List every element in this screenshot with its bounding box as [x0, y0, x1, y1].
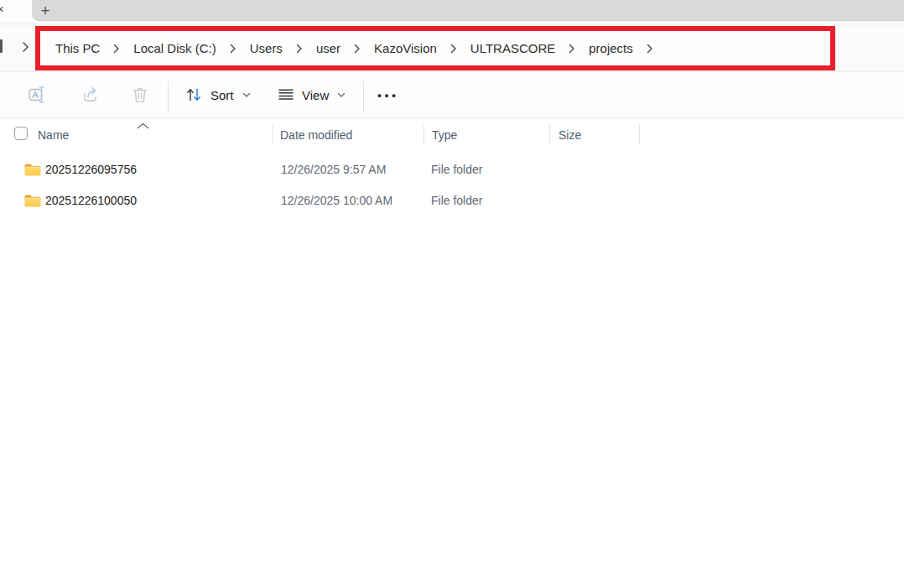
breadcrumb-separator-icon[interactable]	[224, 44, 242, 54]
tab-strip	[32, 0, 904, 21]
close-icon[interactable]: ×	[0, 3, 4, 15]
rename-icon	[28, 86, 48, 104]
column-header-type[interactable]: Type	[432, 122, 457, 148]
command-toolbar: Sort View •••	[0, 72, 904, 118]
breadcrumb-separator-icon[interactable]	[348, 44, 366, 54]
file-name: 20251226100050	[45, 189, 137, 212]
breadcrumb-root-chevron-icon[interactable]	[22, 41, 29, 56]
column-resize-handle[interactable]	[639, 124, 640, 144]
address-bar[interactable]: This PC Local Disk (C:) Users user KazoV…	[35, 26, 835, 70]
sort-label: Sort	[210, 88, 234, 102]
file-date-modified: 12/26/2025 9:57 AM	[281, 158, 386, 181]
breadcrumb-item-projects[interactable]: projects	[581, 38, 641, 59]
more-options-icon: •••	[377, 89, 399, 101]
toolbar-divider	[363, 81, 364, 112]
view-icon	[277, 86, 295, 104]
file-type: File folder	[431, 158, 482, 181]
toolbar-divider-line	[0, 117, 904, 118]
share-button[interactable]	[77, 83, 102, 107]
column-header-type-label: Type	[432, 128, 457, 142]
chevron-down-icon	[242, 92, 251, 98]
new-tab-button[interactable]: +	[37, 0, 54, 20]
column-header-date-label: Date modified	[280, 128, 352, 142]
column-resize-handle[interactable]	[423, 124, 424, 144]
breadcrumb-separator-icon[interactable]	[641, 44, 659, 54]
trash-icon	[131, 86, 149, 104]
view-button[interactable]: View	[272, 81, 356, 108]
column-header-size-label: Size	[559, 128, 581, 142]
column-header-name-label: Name	[38, 128, 69, 142]
file-row[interactable]: 20251226100050 12/26/2025 10:00 AM File …	[0, 189, 721, 212]
breadcrumb-item-users[interactable]: Users	[242, 38, 290, 59]
chevron-down-icon	[337, 92, 345, 98]
column-resize-handle[interactable]	[273, 124, 273, 144]
address-bar-row: This PC Local Disk (C:) Users user KazoV…	[0, 26, 904, 70]
breadcrumb-item-this-pc[interactable]: This PC	[48, 38, 107, 59]
share-icon	[81, 86, 100, 104]
see-more-button[interactable]: •••	[371, 83, 405, 107]
breadcrumb-separator-icon[interactable]	[444, 44, 463, 54]
breadcrumb-separator-icon[interactable]	[290, 44, 309, 54]
column-header-size[interactable]: Size	[559, 122, 581, 148]
breadcrumb-separator-icon[interactable]	[107, 44, 126, 54]
folder-icon	[24, 163, 41, 180]
rename-button[interactable]	[25, 83, 50, 107]
breadcrumb-item-user[interactable]: user	[309, 38, 348, 59]
column-resize-handle[interactable]	[549, 124, 550, 144]
view-label: View	[302, 88, 329, 102]
select-all-checkbox[interactable]	[14, 127, 28, 140]
breadcrumb-item-local-disk[interactable]: Local Disk (C:)	[126, 38, 223, 59]
sort-button[interactable]: Sort	[179, 81, 260, 108]
breadcrumb-separator-icon[interactable]	[563, 44, 581, 54]
breadcrumb-item-kazovision[interactable]: KazoVision	[366, 38, 444, 59]
breadcrumb-item-ultrascore[interactable]: ULTRASCORE	[463, 38, 563, 59]
title-bar: × +	[0, 0, 904, 20]
column-header-date-modified[interactable]: Date modified	[280, 122, 352, 148]
file-date-modified: 12/26/2025 10:00 AM	[281, 189, 392, 212]
column-header-row: Name Date modified Type Size	[0, 122, 904, 148]
file-type: File folder	[431, 189, 482, 212]
toolbar-divider	[168, 81, 169, 112]
file-explorer-window: × + This PC Local Disk (C:) Users user K…	[0, 0, 904, 588]
sort-ascending-icon	[137, 117, 149, 133]
column-header-name[interactable]: Name	[38, 122, 69, 148]
folder-icon	[24, 194, 41, 211]
sort-icon	[184, 86, 204, 104]
delete-button[interactable]	[127, 83, 153, 107]
file-name: 20251226095756	[45, 158, 137, 181]
nav-partial-icon	[0, 39, 3, 53]
file-row[interactable]: 20251226095756 12/26/2025 9:57 AM File f…	[0, 158, 721, 181]
